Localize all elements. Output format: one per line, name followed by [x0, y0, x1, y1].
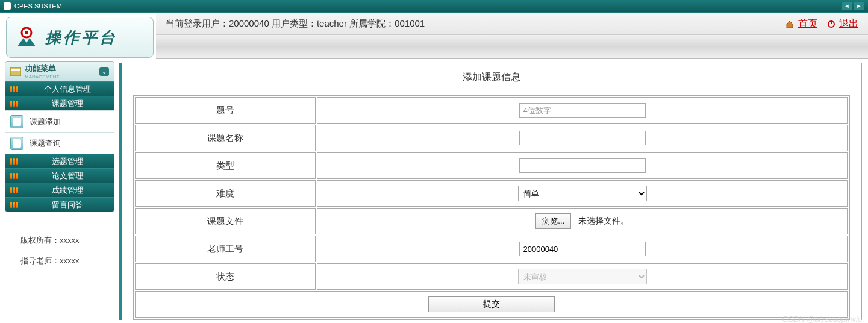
doc-icon: [10, 137, 23, 150]
advisor: 指导老师：xxxxx: [20, 251, 108, 271]
type-input[interactable]: [519, 158, 646, 173]
form-row-submit: 提交: [135, 291, 848, 318]
exit-link[interactable]: 退出: [839, 18, 858, 28]
sidebar-item-topic-query[interactable]: 课题查询: [5, 132, 114, 154]
power-icon: [827, 20, 835, 28]
sidebar-item-qa[interactable]: 留言问答: [5, 197, 114, 212]
bars-icon: [10, 187, 20, 194]
form-row-number: 题号: [135, 97, 848, 124]
label-teacher: 老师工号: [135, 236, 316, 262]
app-icon: [4, 2, 11, 10]
sidebar-item-label: 论文管理: [26, 171, 109, 181]
sidebar-item-label: 课题添加: [30, 116, 61, 127]
home-link-wrap[interactable]: 首页: [785, 17, 817, 30]
name-input[interactable]: [519, 131, 646, 145]
titlebar: CPES SUSTEM ◄ ►: [0, 0, 868, 12]
submit-button[interactable]: 提交: [428, 296, 555, 312]
sidebar-item-label: 选题管理: [26, 156, 109, 167]
form-row-name: 课题名称: [135, 125, 848, 151]
sidebar-item-label: 课题查询: [30, 138, 61, 149]
sidebar-item-selection[interactable]: 选题管理: [5, 154, 114, 168]
window-nav: ◄ ►: [841, 2, 864, 10]
logo-icon: [14, 25, 39, 50]
form-row-file: 课题文件 浏览... 未选择文件。: [135, 208, 848, 234]
content: 添加课题信息 题号 课题名称 类型: [118, 61, 863, 323]
sidebar-item-topic[interactable]: 课题管理: [5, 96, 114, 110]
page-title: 添加课题信息: [133, 63, 850, 95]
sidebar-footer: 版权所有：xxxxx 指导老师：xxxxx: [5, 212, 114, 277]
bars-icon: [10, 100, 20, 107]
sidebar-item-label: 课题管理: [26, 98, 109, 109]
menu-header: 功能菜单 MANAGEMENT ⌄: [5, 62, 114, 81]
sidebar-item-label: 留言问答: [26, 199, 109, 210]
copyright: 版权所有：xxxxx: [20, 230, 108, 251]
svg-point-1: [25, 31, 28, 34]
logo-block: 操作平台: [6, 17, 154, 58]
bars-icon: [10, 201, 20, 209]
login-info: 当前登录用户：20000040 用户类型：teacher 所属学院：001001: [166, 18, 785, 30]
home-icon: [785, 20, 794, 28]
browse-button[interactable]: 浏览...: [535, 213, 571, 229]
label-type: 类型: [135, 152, 316, 179]
form-table: 题号 课题名称 类型: [133, 95, 850, 320]
bars-icon: [10, 172, 20, 180]
watermark: CSDN @biyezuopinvip: [782, 315, 862, 323]
form-row-type: 类型: [135, 152, 848, 179]
label-number: 题号: [135, 97, 316, 124]
form-row-status: 状态 未审核: [135, 263, 848, 290]
label-difficulty: 难度: [135, 180, 316, 207]
header-band: [156, 35, 868, 59]
label-file: 课题文件: [135, 208, 316, 234]
nav-next-icon[interactable]: ►: [854, 2, 864, 10]
file-status: 未选择文件。: [578, 216, 629, 225]
sidebar-item-topic-add[interactable]: 课题添加: [5, 110, 114, 132]
exit-link-wrap[interactable]: 退出: [827, 17, 858, 30]
difficulty-select[interactable]: 简单: [518, 186, 647, 201]
nav-prev-icon[interactable]: ◄: [841, 2, 852, 10]
label-status: 状态: [135, 263, 316, 290]
form-row-difficulty: 难度 简单: [135, 180, 848, 207]
sidebar-item-label: 成绩管理: [26, 185, 109, 196]
svg-rect-5: [11, 69, 20, 71]
home-link[interactable]: 首页: [798, 18, 817, 28]
status-select: 未审核: [518, 269, 647, 284]
sidebar-item-thesis[interactable]: 论文管理: [5, 168, 114, 183]
label-name: 课题名称: [135, 125, 316, 151]
bars-icon: [10, 86, 20, 93]
sidebar-item-profile[interactable]: 个人信息管理: [5, 81, 114, 96]
number-input[interactable]: [519, 103, 646, 118]
doc-icon: [10, 115, 23, 128]
header-info-bar: 当前登录用户：20000040 用户类型：teacher 所属学院：001001…: [156, 13, 868, 35]
teacher-input[interactable]: [519, 242, 646, 256]
bars-icon: [10, 158, 20, 165]
menu-subtitle: MANAGEMENT: [25, 74, 99, 80]
menu-title: 功能菜单: [25, 63, 99, 74]
menu-icon: [10, 67, 21, 76]
sidebar: 功能菜单 MANAGEMENT ⌄ 个人信息管理 课题管理 课题添加 课题查询: [5, 61, 114, 323]
logo-text: 操作平台: [45, 27, 117, 48]
form-row-teacher: 老师工号: [135, 236, 848, 262]
sidebar-item-grade[interactable]: 成绩管理: [5, 183, 114, 197]
sidebar-item-label: 个人信息管理: [26, 84, 109, 95]
app-title: CPES SUSTEM: [14, 2, 62, 10]
collapse-icon[interactable]: ⌄: [99, 67, 109, 76]
